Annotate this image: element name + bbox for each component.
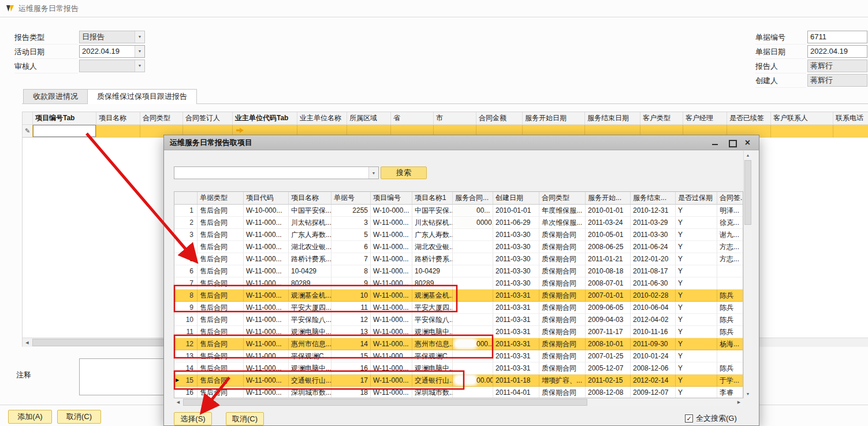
dialog-grid-row-8[interactable]: 8售后合同W-11-000...观澜基金机...10W-11-000...观澜基… xyxy=(174,290,743,302)
main-grid-column-header-5[interactable]: 业主单位代码Tab xyxy=(233,112,297,125)
dialog-grid-row-9[interactable]: 9售后合同W-11-000...平安大厦四...11W-11-000...平安大… xyxy=(174,302,743,314)
scroll-left-icon[interactable]: ◀ xyxy=(174,398,182,406)
tab-warranty-project-followup[interactable]: 质保维保过保项目跟进报告 xyxy=(87,89,197,104)
project-filter-combobox[interactable]: ▼ xyxy=(174,166,379,179)
chevron-down-icon[interactable]: ▼ xyxy=(368,167,378,179)
dialog-column-header-10[interactable]: 服务开始... xyxy=(586,192,631,205)
dialog-titlebar[interactable]: 运维服务日常报告取项目 × xyxy=(164,135,759,150)
main-grid-rowselector-header[interactable] xyxy=(23,112,33,125)
dialog-column-header-4[interactable]: 单据号 xyxy=(331,192,371,205)
dialog-grid-row-13[interactable]: 13售后合同W-11-000...平保观澜C...15W-11-000...平保… xyxy=(174,350,743,362)
maximize-icon[interactable] xyxy=(728,139,735,146)
tab-payment-followup[interactable]: 收款跟进情况 xyxy=(23,89,88,103)
main-grid-column-header-10[interactable]: 合同金额 xyxy=(476,112,523,125)
dialog-grid-row-12[interactable]: 12售后合同W-11-000...惠州市信息...14W-11-000...惠州… xyxy=(174,338,743,350)
dialog-grid-row-5[interactable]: 5售后合同W-11-000...路桥计费系...7W-11-000...路桥计费… xyxy=(174,253,743,265)
main-grid-column-header-4[interactable]: 合同签订人 xyxy=(183,112,233,125)
dialog-grid-cell: 10-0429 xyxy=(289,265,331,277)
close-icon[interactable]: × xyxy=(745,139,750,146)
dialog-column-header-6[interactable]: 项目名称1 xyxy=(412,192,453,205)
main-editrow-cell-1[interactable] xyxy=(33,125,96,138)
main-grid-column-header-7[interactable]: 所属区域 xyxy=(347,112,391,125)
scrollbar-thumb[interactable] xyxy=(183,399,587,406)
main-editrow-cell-2[interactable] xyxy=(96,125,140,138)
dialog-grid-row-11[interactable]: 11售后合同W-11-000...观澜电脑中...13W-11-000...观澜… xyxy=(174,326,743,338)
dialog-column-header-7[interactable]: 服务合同... xyxy=(453,192,493,205)
dialog-grid-cell: W-11-000... xyxy=(244,314,289,326)
chevron-down-icon[interactable]: ▼ xyxy=(135,46,144,57)
dialog-grid-cell: W-11-000... xyxy=(244,217,289,229)
search-button[interactable]: 搜索 xyxy=(381,166,427,179)
dialog-rownum-header[interactable] xyxy=(174,192,198,205)
dialog-grid-row-16[interactable]: 16售后合同W-11-000...深圳城市数...18W-11-000...深圳… xyxy=(174,387,743,398)
main-grid-column-header-13[interactable]: 客户类型 xyxy=(640,112,683,125)
dialog-grid-cell: 2007-11-17 xyxy=(586,326,631,338)
main-grid-column-header-17[interactable]: 联系电话 xyxy=(833,112,868,125)
dialog-column-header-8[interactable]: 创建日期 xyxy=(493,192,539,205)
main-grid-column-header-16[interactable]: 客户联系人 xyxy=(771,112,833,125)
main-editrow-cell-0[interactable]: ✎ xyxy=(23,125,33,138)
scroll-up-icon[interactable]: ▲ xyxy=(744,151,752,160)
dialog-column-header-12[interactable]: 是否过保期 xyxy=(676,192,717,205)
main-grid-column-header-8[interactable]: 省 xyxy=(391,112,434,125)
dialog-grid-cell: 陈兵 xyxy=(717,302,743,314)
main-grid-column-header-1[interactable]: 项目编号Tab xyxy=(33,112,96,125)
dialog-column-header-2[interactable]: 项目代码 xyxy=(244,192,289,205)
dialog-grid-row-6[interactable]: 6售后合同W-11-000...10-04298W-11-000...10-04… xyxy=(174,265,743,277)
dialog-column-header-11[interactable]: 服务结束... xyxy=(631,192,676,205)
main-grid-column-header-14[interactable]: 客户经理 xyxy=(683,112,727,125)
doc-number-field[interactable]: 6711 xyxy=(807,31,867,43)
minimize-icon[interactable] xyxy=(711,139,718,146)
dialog-cancel-button[interactable]: 取消(C) xyxy=(226,412,264,425)
dialog-grid-cell: 交通银行山... xyxy=(289,375,331,387)
dialog-grid-cell: 质保期合同 xyxy=(539,302,586,314)
report-type-select[interactable]: 日报告 ▼ xyxy=(79,31,145,43)
activity-date-select[interactable]: 2022.04.19 ▼ xyxy=(79,45,145,58)
checkbox-checked-icon[interactable]: ✓ xyxy=(685,414,693,423)
main-editrow-cell-17[interactable] xyxy=(833,125,868,138)
fulltext-search-toggle[interactable]: ✓ 全文搜索(G) xyxy=(685,413,737,424)
reviewer-select[interactable]: ▼ xyxy=(79,60,145,72)
chevron-glyph: ▼ xyxy=(372,171,376,175)
reporter-field[interactable]: 蒋辉行 xyxy=(807,60,867,72)
dialog-grid-row-15[interactable]: ▶15售后合同W-11-000...交通银行山...17W-11-000...交… xyxy=(174,375,743,387)
dialog-grid-row-4[interactable]: 4售后合同W-11-000...湖北农业银...6W-11-000...湖北农业… xyxy=(174,241,743,253)
dialog-grid-cell: 2010-02-28 xyxy=(631,290,676,302)
dialog-grid-row-3[interactable]: 3售后合同W-11-000...广东人寿数...5W-11-000...广东人寿… xyxy=(174,229,743,241)
scrollbar-thumb[interactable] xyxy=(744,160,751,225)
dialog-grid-row-1[interactable]: 1售后合同W-10-000...中国平安保...2255W-10-000...中… xyxy=(174,205,743,217)
dialog-grid-cell: 16 xyxy=(331,362,371,375)
main-grid-column-header-15[interactable]: 是否已续签 xyxy=(727,112,771,125)
main-grid-column-header-9[interactable]: 市 xyxy=(434,112,476,125)
dialog-column-header-3[interactable]: 项目名称 xyxy=(289,192,331,205)
dialog-grid-row-7[interactable]: 7售后合同W-11-000...802899W-11-000...8028920… xyxy=(174,277,743,290)
dialog-grid-cell xyxy=(453,241,493,253)
select-button[interactable]: 选择(S) xyxy=(174,412,212,425)
dialog-grid-cell: W-11-000... xyxy=(244,290,289,302)
dialog-grid-cell: 广东人寿数... xyxy=(289,229,331,241)
scroll-down-icon[interactable]: ▼ xyxy=(744,390,752,398)
dialog-column-header-5[interactable]: 项目编号 xyxy=(371,192,412,205)
cancel-button[interactable]: 取消(C) xyxy=(57,410,101,424)
main-grid-column-header-2[interactable]: 项目名称 xyxy=(96,112,140,125)
dialog-hscrollbar[interactable]: ◀ ▶ xyxy=(174,398,743,406)
dialog-grid-row-2[interactable]: 2售后合同W-11-000...川太钻探机...3W-11-000...川太钻探… xyxy=(174,217,743,229)
main-editrow-cell-16[interactable] xyxy=(771,125,833,138)
dialog-grid-row-14[interactable]: 14售后合同W-11-000...观澜电脑中...16W-11-000...观澜… xyxy=(174,362,743,375)
dialog-column-header-13[interactable]: 合同签... xyxy=(717,192,743,205)
chevron-down-icon[interactable]: ▼ xyxy=(135,60,144,72)
main-grid-column-header-12[interactable]: 服务结束日期 xyxy=(585,112,640,125)
main-grid-column-header-11[interactable]: 服务开始日期 xyxy=(523,112,585,125)
main-grid-column-header-3[interactable]: 合同类型 xyxy=(140,112,183,125)
scroll-right-icon[interactable]: ▶ xyxy=(735,398,743,406)
dialog-grid-row-10[interactable]: 10售后合同W-11-000...平安保险八...12W-11-000...平安… xyxy=(174,314,743,326)
scroll-left-icon[interactable]: ◀ xyxy=(23,338,32,347)
chevron-down-icon[interactable]: ▼ xyxy=(135,31,144,43)
add-button[interactable]: 添加(A) xyxy=(8,410,52,424)
doc-date-field[interactable]: 2022.04.19 xyxy=(807,45,867,58)
dialog-vscrollbar[interactable]: ▲ ▼ xyxy=(743,151,752,398)
creator-field[interactable]: 蒋辉行 xyxy=(807,74,867,87)
dialog-column-header-9[interactable]: 合同类型 xyxy=(539,192,586,205)
main-grid-column-header-6[interactable]: 业主单位名称 xyxy=(297,112,347,125)
dialog-column-header-1[interactable]: 单据类型 xyxy=(198,192,244,205)
